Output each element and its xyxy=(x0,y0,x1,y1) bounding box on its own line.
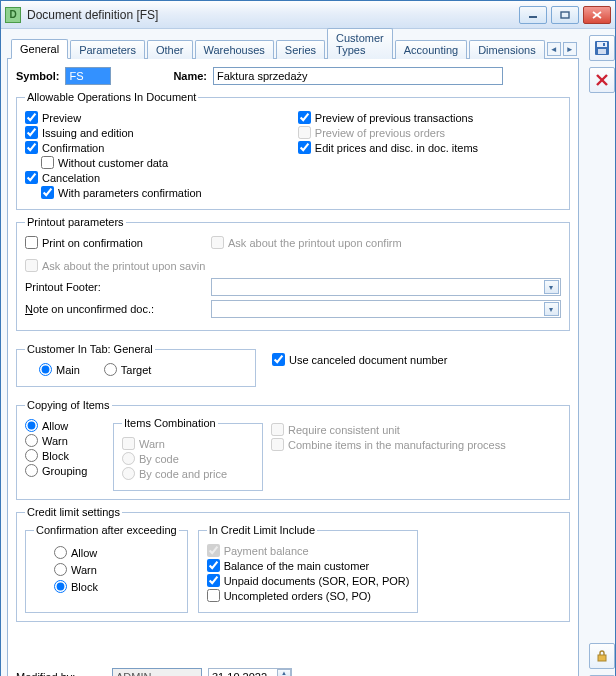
chk-ask-confirm xyxy=(211,236,224,249)
symbol-input[interactable] xyxy=(65,67,111,85)
rad-copy-block[interactable] xyxy=(25,449,38,462)
titlebar: D Document definition [FS] xyxy=(1,1,615,29)
tab-dimensions[interactable]: Dimensions xyxy=(469,40,544,59)
printout-footer-label: Printout Footer: xyxy=(25,281,205,293)
allowable-operations-group: Allowable Operations In Document Preview… xyxy=(16,91,570,210)
name-label: Name: xyxy=(173,70,207,82)
tab-series[interactable]: Series xyxy=(276,40,325,59)
lock-icon xyxy=(595,649,609,663)
credit-group: Credit limit settings Confirmation after… xyxy=(16,506,570,622)
credit-include-group: In Credit Limit Include Payment balance … xyxy=(198,524,419,613)
rad-copy-grouping[interactable] xyxy=(25,464,38,477)
svg-rect-10 xyxy=(598,655,606,661)
chk-combo-warn xyxy=(122,437,135,450)
svg-rect-1 xyxy=(561,12,569,18)
tab-accounting[interactable]: Accounting xyxy=(395,40,467,59)
allowable-legend: Allowable Operations In Document xyxy=(25,91,198,103)
items-combination-legend: Items Combination xyxy=(122,417,218,429)
rad-credit-warn[interactable] xyxy=(54,563,67,576)
tab-other[interactable]: Other xyxy=(147,40,193,59)
credit-confirm-legend: Confirmation after exceeding xyxy=(34,524,179,536)
chk-pay-balance xyxy=(207,544,220,557)
tabstrip: General Parameters Other Warehouses Seri… xyxy=(7,35,579,59)
rad-credit-block[interactable] xyxy=(54,580,67,593)
chk-main-customer-balance[interactable] xyxy=(207,559,220,572)
close-icon xyxy=(595,73,609,87)
credit-include-legend: In Credit Limit Include xyxy=(207,524,317,536)
modified-date-input[interactable]: ▲ ▼ xyxy=(208,668,292,676)
app-icon: D xyxy=(5,7,21,23)
items-combination-group: Items Combination Warn By code By code a… xyxy=(113,417,263,491)
side-toolbar xyxy=(585,29,616,676)
chk-preview[interactable] xyxy=(25,111,38,124)
copying-group: Copying of Items Allow Warn Block Groupi… xyxy=(16,399,570,500)
chk-use-canceled[interactable] xyxy=(272,353,285,366)
rad-by-code xyxy=(122,452,135,465)
chk-uncompleted-orders[interactable] xyxy=(207,589,220,602)
chk-unpaid-docs[interactable] xyxy=(207,574,220,587)
save-button[interactable] xyxy=(589,35,615,61)
chk-combine-mfg xyxy=(271,438,284,451)
rad-by-code-price xyxy=(122,467,135,480)
chk-cancelation[interactable] xyxy=(25,171,38,184)
chk-req-unit xyxy=(271,423,284,436)
chk-prev-trans[interactable] xyxy=(298,111,311,124)
svg-rect-7 xyxy=(603,43,605,46)
copying-legend: Copying of Items xyxy=(25,399,112,411)
symbol-label: Symbol: xyxy=(16,70,59,82)
chevron-down-icon: ▾ xyxy=(544,302,559,316)
chk-without-customer[interactable] xyxy=(41,156,54,169)
chk-issuing[interactable] xyxy=(25,126,38,139)
svg-rect-6 xyxy=(598,49,606,54)
customer-tab-legend: Customer In Tab: General xyxy=(25,343,155,355)
rad-credit-allow[interactable] xyxy=(54,546,67,559)
window: D Document definition [FS] General Param… xyxy=(0,0,616,676)
window-title: Document definition [FS] xyxy=(27,8,519,22)
tab-parameters[interactable]: Parameters xyxy=(70,40,145,59)
chk-print-on-confirm[interactable] xyxy=(25,236,38,249)
chk-ask-save xyxy=(25,259,38,272)
floppy-icon xyxy=(594,40,610,56)
rad-customer-main[interactable] xyxy=(39,363,52,376)
customer-in-tab-group: Customer In Tab: General Main Target xyxy=(16,343,256,387)
svg-rect-5 xyxy=(597,42,607,47)
chevron-down-icon: ▾ xyxy=(544,280,559,294)
rad-copy-warn[interactable] xyxy=(25,434,38,447)
printout-legend: Printout parameters xyxy=(25,216,126,228)
tab-general[interactable]: General xyxy=(11,39,68,59)
tab-scroll-left-icon[interactable]: ◄ xyxy=(547,42,561,56)
spin-up-icon[interactable]: ▲ xyxy=(277,669,291,676)
maximize-button[interactable] xyxy=(551,6,579,24)
modified-date-field[interactable] xyxy=(209,669,277,676)
modified-by-label: Modified by: xyxy=(16,671,106,676)
printout-footer-select[interactable]: ▾ xyxy=(211,278,561,296)
note-unconfirmed-label: NNote on unconfirmed doc.:ote on unconfi… xyxy=(25,303,205,315)
chk-with-params[interactable] xyxy=(41,186,54,199)
note-unconfirmed-select[interactable]: ▾ xyxy=(211,300,561,318)
close-panel-button[interactable] xyxy=(589,67,615,93)
chk-confirmation[interactable] xyxy=(25,141,38,154)
printout-group: Printout parameters Print on confirmatio… xyxy=(16,216,570,331)
minimize-button[interactable] xyxy=(519,6,547,24)
panel-general: Symbol: Name: Allowable Operations In Do… xyxy=(7,59,579,676)
tab-warehouses[interactable]: Warehouses xyxy=(195,40,274,59)
modified-by-user xyxy=(112,668,202,676)
rad-customer-target[interactable] xyxy=(104,363,117,376)
name-input[interactable] xyxy=(213,67,503,85)
chk-edit-prices[interactable] xyxy=(298,141,311,154)
tab-customer-types[interactable]: Customer Types xyxy=(327,28,393,59)
credit-legend: Credit limit settings xyxy=(25,506,122,518)
tab-scroll-right-icon[interactable]: ► xyxy=(563,42,577,56)
chk-prev-orders xyxy=(298,126,311,139)
credit-confirm-group: Confirmation after exceeding Allow Warn … xyxy=(25,524,188,613)
lock-button[interactable] xyxy=(589,643,615,669)
close-button[interactable] xyxy=(583,6,611,24)
rad-copy-allow[interactable] xyxy=(25,419,38,432)
